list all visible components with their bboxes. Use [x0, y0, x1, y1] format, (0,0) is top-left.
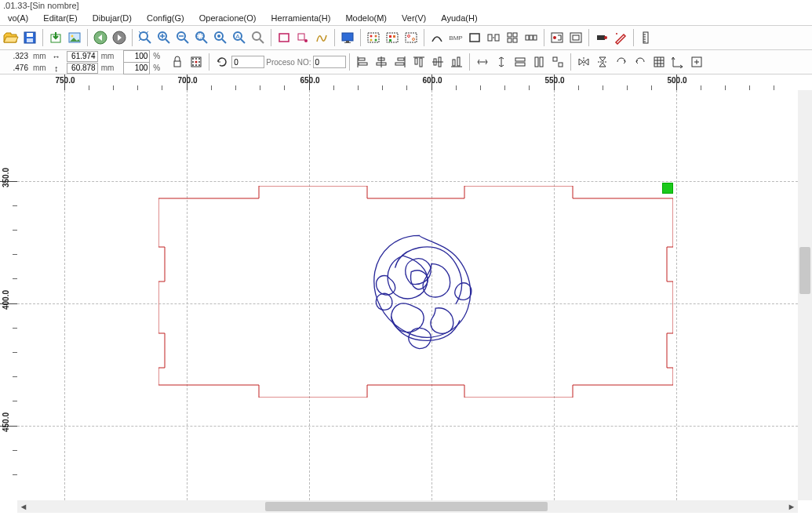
align-bottom-icon[interactable] — [449, 54, 464, 70]
drawing-viewport[interactable] — [17, 90, 798, 500]
rotate-270-icon[interactable] — [632, 54, 648, 70]
bmp-icon[interactable]: BMP — [448, 30, 464, 45]
ruler-vertical: 350.0 400.0 450.0 — [0, 90, 18, 500]
svg-rect-56 — [573, 35, 579, 40]
same-size-icon[interactable] — [550, 54, 566, 70]
tool2-icon[interactable] — [613, 30, 628, 45]
svg-rect-44 — [488, 35, 492, 41]
layer-dashed-icon[interactable] — [403, 30, 419, 45]
scrollbar-horizontal[interactable]: ◄ ► — [17, 500, 798, 513]
svg-rect-31 — [368, 33, 379, 42]
position-readout: .323 mm ↔ .476 mm ↕ — [2, 51, 62, 74]
height-field[interactable] — [67, 63, 98, 74]
width-unit: mm — [101, 52, 115, 60]
svg-line-21 — [241, 39, 245, 43]
scrollbar-vertical[interactable] — [798, 90, 812, 500]
process-label: Proceso NO: — [266, 58, 311, 67]
svg-rect-90 — [515, 58, 525, 61]
canvas-area: 750.0 700.0 650.0 600.0 550.0 500.0 350.… — [0, 74, 812, 513]
svg-rect-45 — [495, 35, 499, 41]
zoom-fit-icon[interactable] — [137, 30, 153, 45]
flip-v-icon[interactable] — [595, 54, 610, 70]
layer-red-icon[interactable] — [366, 30, 381, 45]
menu-modelo[interactable]: Modelo(M) — [339, 11, 393, 25]
distribute-h-icon[interactable] — [475, 54, 490, 70]
align-center-icon[interactable] — [373, 54, 389, 70]
flip-h-icon[interactable] — [576, 54, 592, 70]
scroll-left-icon[interactable]: ◄ — [17, 501, 30, 512]
rectangle-icon[interactable] — [276, 30, 292, 45]
width-field[interactable] — [67, 51, 98, 62]
menu-archivo[interactable]: vo(A) — [2, 11, 35, 25]
menu-dibujar[interactable]: Dibujar(D) — [86, 11, 138, 25]
image-icon[interactable] — [67, 30, 82, 45]
svg-line-11 — [166, 39, 169, 43]
back-icon[interactable] — [93, 30, 108, 45]
import-icon[interactable] — [48, 30, 64, 45]
svg-rect-38 — [393, 35, 395, 38]
menu-ayuda[interactable]: Ayuda(H) — [435, 11, 483, 25]
menu-editar[interactable]: Editar(E) — [37, 11, 83, 25]
align-middle-icon[interactable] — [430, 54, 446, 70]
menu-ver[interactable]: Ver(V) — [395, 11, 432, 25]
origin-handle[interactable] — [662, 183, 673, 194]
engrave-icon[interactable] — [549, 30, 565, 45]
svg-rect-93 — [540, 57, 543, 67]
anchor-grid-icon[interactable] — [188, 54, 204, 70]
svg-point-35 — [375, 39, 377, 42]
same-height-icon[interactable] — [531, 54, 547, 70]
tool1-icon[interactable] — [594, 30, 610, 45]
zoom-selection-icon[interactable] — [194, 30, 209, 45]
lock-aspect-icon[interactable] — [169, 54, 185, 70]
open-icon[interactable] — [3, 30, 19, 45]
svg-point-66 — [192, 61, 194, 63]
outline-icon[interactable] — [467, 30, 482, 45]
align-left-icon[interactable] — [355, 54, 370, 70]
menu-herramienta[interactable]: Herramienta(H) — [265, 11, 337, 25]
align-right-icon[interactable] — [392, 54, 408, 70]
array3-icon[interactable] — [523, 30, 539, 45]
svg-point-32 — [370, 35, 373, 38]
cut-icon[interactable] — [568, 30, 584, 45]
rotate-90-icon[interactable] — [614, 54, 629, 70]
scale-y-field[interactable] — [123, 62, 150, 74]
layer-orange-icon[interactable] — [384, 30, 400, 45]
menu-operacion[interactable]: Operacione(O) — [193, 11, 263, 25]
svg-point-33 — [375, 35, 377, 38]
svg-rect-96 — [654, 57, 664, 67]
distribute-v-icon[interactable] — [493, 54, 509, 70]
curve-icon[interactable] — [314, 30, 330, 45]
svg-point-70 — [195, 64, 197, 66]
array2-icon[interactable] — [504, 30, 520, 45]
rotate-field[interactable] — [231, 56, 264, 68]
process-field[interactable] — [313, 56, 346, 68]
svg-point-8 — [140, 32, 147, 40]
svg-text:A: A — [235, 33, 240, 40]
zoom-object-icon[interactable] — [213, 30, 228, 45]
align-top-icon[interactable] — [411, 54, 427, 70]
scale-x-field[interactable] — [123, 50, 150, 63]
zoom-out-icon[interactable] — [175, 30, 191, 45]
svg-point-41 — [408, 35, 410, 38]
pan-icon[interactable] — [250, 30, 266, 45]
point-icon[interactable] — [295, 30, 311, 45]
expand-icon[interactable] — [689, 54, 705, 70]
array1-icon[interactable] — [486, 30, 501, 45]
path-icon[interactable] — [429, 30, 445, 45]
origin-icon[interactable] — [670, 54, 686, 70]
grid-snap-icon[interactable] — [651, 54, 667, 70]
same-width-icon[interactable] — [512, 54, 528, 70]
zoom-text-icon[interactable]: A — [231, 30, 247, 45]
svg-point-64 — [195, 58, 197, 60]
menu-config[interactable]: Config(G) — [140, 11, 191, 25]
scroll-right-icon[interactable]: ► — [785, 501, 798, 512]
save-icon[interactable] — [22, 30, 38, 45]
zoom-in-icon[interactable] — [156, 30, 172, 45]
ruler-icon[interactable] — [639, 30, 654, 45]
toolbar-properties: .323 mm ↔ .476 mm ↕ mm mm % % Proceso NO… — [0, 50, 812, 74]
svg-rect-92 — [535, 57, 538, 67]
rotate-icon[interactable] — [214, 54, 230, 70]
monitor-icon[interactable] — [340, 30, 355, 45]
forward-icon[interactable] — [111, 30, 127, 45]
width-arrow-icon: ↔ — [51, 51, 62, 62]
